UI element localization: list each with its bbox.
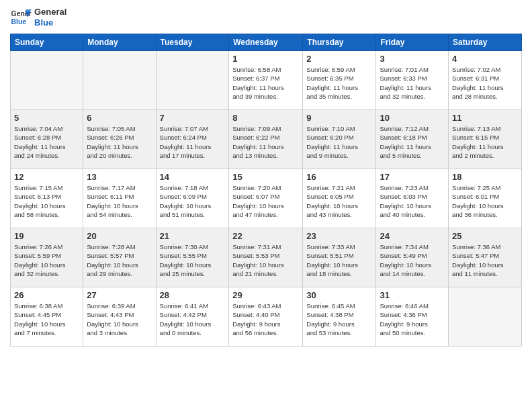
logo-blue: Blue — [34, 17, 53, 28]
day-info: Sunrise: 6:38 AM Sunset: 4:45 PM Dayligh… — [14, 302, 79, 337]
header-thursday: Thursday — [303, 34, 376, 51]
day-info: Sunrise: 7:26 AM Sunset: 5:59 PM Dayligh… — [14, 242, 79, 278]
day-info: Sunrise: 6:45 AM Sunset: 4:38 PM Dayligh… — [306, 302, 372, 337]
day-number: 24 — [380, 231, 445, 241]
day-number: 3 — [380, 54, 445, 64]
calendar-cell: 15Sunrise: 7:20 AM Sunset: 6:07 PM Dayli… — [229, 169, 303, 228]
calendar-week-row: 5Sunrise: 7:04 AM Sunset: 6:28 PM Daylig… — [11, 110, 522, 169]
day-number: 16 — [306, 172, 372, 182]
day-number: 4 — [452, 54, 518, 64]
day-number: 25 — [452, 231, 518, 241]
day-number: 7 — [160, 113, 226, 123]
day-info: Sunrise: 7:09 AM Sunset: 6:22 PM Dayligh… — [232, 124, 299, 160]
day-number: 23 — [306, 231, 372, 241]
day-number: 1 — [232, 54, 299, 64]
day-number: 20 — [87, 231, 152, 241]
calendar-cell: 26Sunrise: 6:38 AM Sunset: 4:45 PM Dayli… — [11, 287, 83, 347]
day-info: Sunrise: 6:39 AM Sunset: 4:43 PM Dayligh… — [87, 302, 152, 337]
calendar-cell: 21Sunrise: 7:30 AM Sunset: 5:55 PM Dayli… — [156, 228, 229, 287]
calendar-week-row: 1Sunrise: 6:58 AM Sunset: 6:37 PM Daylig… — [11, 51, 522, 110]
day-info: Sunrise: 7:13 AM Sunset: 6:15 PM Dayligh… — [452, 124, 518, 160]
day-number: 19 — [14, 231, 79, 241]
calendar-cell: 2Sunrise: 6:59 AM Sunset: 6:35 PM Daylig… — [303, 51, 376, 110]
calendar-cell: 14Sunrise: 7:18 AM Sunset: 6:09 PM Dayli… — [156, 169, 229, 228]
day-number: 29 — [232, 290, 299, 300]
calendar-week-row: 12Sunrise: 7:15 AM Sunset: 6:13 PM Dayli… — [11, 169, 522, 228]
calendar-cell: 17Sunrise: 7:23 AM Sunset: 6:03 PM Dayli… — [376, 169, 449, 228]
weekday-header-row: Sunday Monday Tuesday Wednesday Thursday… — [11, 34, 522, 51]
day-number: 9 — [306, 113, 372, 123]
calendar-cell: 31Sunrise: 6:46 AM Sunset: 4:36 PM Dayli… — [376, 287, 449, 347]
header-wednesday: Wednesday — [229, 34, 303, 51]
calendar-cell: 30Sunrise: 6:45 AM Sunset: 4:38 PM Dayli… — [303, 287, 376, 347]
header-sunday: Sunday — [11, 34, 83, 51]
calendar-cell: 24Sunrise: 7:34 AM Sunset: 5:49 PM Dayli… — [376, 228, 449, 287]
calendar-cell — [449, 287, 522, 347]
day-info: Sunrise: 7:28 AM Sunset: 5:57 PM Dayligh… — [87, 242, 152, 278]
day-number: 26 — [14, 290, 79, 300]
calendar-cell: 11Sunrise: 7:13 AM Sunset: 6:15 PM Dayli… — [449, 110, 522, 169]
calendar-cell: 6Sunrise: 7:05 AM Sunset: 6:26 PM Daylig… — [83, 110, 156, 169]
calendar-cell — [83, 51, 156, 110]
day-info: Sunrise: 6:46 AM Sunset: 4:36 PM Dayligh… — [380, 302, 445, 337]
day-info: Sunrise: 7:34 AM Sunset: 5:49 PM Dayligh… — [380, 242, 445, 278]
day-number: 2 — [306, 54, 372, 64]
day-info: Sunrise: 7:21 AM Sunset: 6:05 PM Dayligh… — [306, 183, 372, 219]
calendar-cell: 16Sunrise: 7:21 AM Sunset: 6:05 PM Dayli… — [303, 169, 376, 228]
day-number: 21 — [160, 231, 226, 241]
day-number: 11 — [452, 113, 518, 123]
day-info: Sunrise: 6:59 AM Sunset: 6:35 PM Dayligh… — [306, 65, 372, 101]
logo: General Blue General Blue — [10, 7, 66, 28]
calendar-cell: 7Sunrise: 7:07 AM Sunset: 6:24 PM Daylig… — [156, 110, 229, 169]
calendar-cell — [156, 51, 229, 110]
day-number: 22 — [232, 231, 299, 241]
calendar-cell: 25Sunrise: 7:36 AM Sunset: 5:47 PM Dayli… — [449, 228, 522, 287]
day-info: Sunrise: 7:12 AM Sunset: 6:18 PM Dayligh… — [380, 124, 445, 160]
day-number: 14 — [160, 172, 226, 182]
day-info: Sunrise: 7:33 AM Sunset: 5:51 PM Dayligh… — [306, 242, 372, 278]
calendar-cell: 19Sunrise: 7:26 AM Sunset: 5:59 PM Dayli… — [11, 228, 83, 287]
day-number: 8 — [232, 113, 299, 123]
day-info: Sunrise: 7:10 AM Sunset: 6:20 PM Dayligh… — [306, 124, 372, 160]
header-saturday: Saturday — [449, 34, 522, 51]
day-number: 6 — [87, 113, 152, 123]
day-info: Sunrise: 6:41 AM Sunset: 4:42 PM Dayligh… — [160, 302, 226, 337]
calendar-cell: 23Sunrise: 7:33 AM Sunset: 5:51 PM Dayli… — [303, 228, 376, 287]
calendar-cell: 1Sunrise: 6:58 AM Sunset: 6:37 PM Daylig… — [229, 51, 303, 110]
day-number: 17 — [380, 172, 445, 182]
day-info: Sunrise: 7:31 AM Sunset: 5:53 PM Dayligh… — [232, 242, 299, 278]
day-info: Sunrise: 7:05 AM Sunset: 6:26 PM Dayligh… — [87, 124, 152, 160]
page: General Blue General Blue Sunday — [0, 0, 532, 411]
day-info: Sunrise: 7:01 AM Sunset: 6:33 PM Dayligh… — [380, 65, 445, 101]
calendar-cell: 8Sunrise: 7:09 AM Sunset: 6:22 PM Daylig… — [229, 110, 303, 169]
calendar-cell: 12Sunrise: 7:15 AM Sunset: 6:13 PM Dayli… — [11, 169, 83, 228]
day-number: 5 — [14, 113, 79, 123]
logo-general: General — [34, 7, 66, 17]
calendar-cell: 5Sunrise: 7:04 AM Sunset: 6:28 PM Daylig… — [11, 110, 83, 169]
day-info: Sunrise: 7:36 AM Sunset: 5:47 PM Dayligh… — [452, 242, 518, 278]
header-friday: Friday — [376, 34, 449, 51]
day-number: 18 — [452, 172, 518, 182]
calendar-week-row: 26Sunrise: 6:38 AM Sunset: 4:45 PM Dayli… — [11, 287, 522, 347]
calendar-cell: 28Sunrise: 6:41 AM Sunset: 4:42 PM Dayli… — [156, 287, 229, 347]
day-info: Sunrise: 7:04 AM Sunset: 6:28 PM Dayligh… — [14, 124, 79, 160]
day-number: 27 — [87, 290, 152, 300]
calendar-cell: 10Sunrise: 7:12 AM Sunset: 6:18 PM Dayli… — [376, 110, 449, 169]
day-number: 13 — [87, 172, 152, 182]
day-info: Sunrise: 7:23 AM Sunset: 6:03 PM Dayligh… — [380, 183, 445, 219]
day-info: Sunrise: 7:30 AM Sunset: 5:55 PM Dayligh… — [160, 242, 226, 278]
day-info: Sunrise: 7:15 AM Sunset: 6:13 PM Dayligh… — [14, 183, 79, 219]
day-info: Sunrise: 6:58 AM Sunset: 6:37 PM Dayligh… — [232, 65, 299, 101]
logo-icon: General Blue — [10, 7, 32, 28]
day-info: Sunrise: 7:20 AM Sunset: 6:07 PM Dayligh… — [232, 183, 299, 219]
calendar-cell: 18Sunrise: 7:25 AM Sunset: 6:01 PM Dayli… — [449, 169, 522, 228]
day-number: 15 — [232, 172, 299, 182]
svg-marker-3 — [25, 9, 32, 11]
svg-text:Blue: Blue — [11, 18, 27, 26]
calendar-table: Sunday Monday Tuesday Wednesday Thursday… — [10, 34, 522, 347]
calendar-cell: 9Sunrise: 7:10 AM Sunset: 6:20 PM Daylig… — [303, 110, 376, 169]
day-number: 30 — [306, 290, 372, 300]
header-monday: Monday — [83, 34, 156, 51]
day-info: Sunrise: 7:02 AM Sunset: 6:31 PM Dayligh… — [452, 65, 518, 101]
calendar-cell: 22Sunrise: 7:31 AM Sunset: 5:53 PM Dayli… — [229, 228, 303, 287]
